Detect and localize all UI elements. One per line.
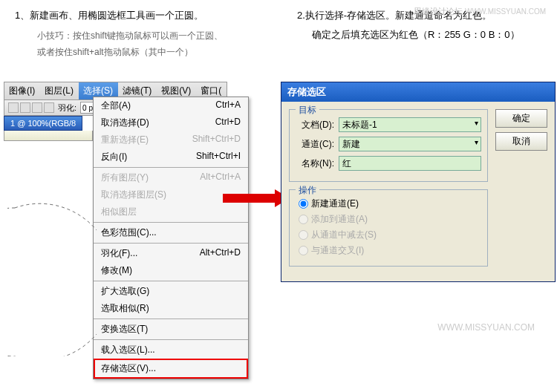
mode-icon[interactable] xyxy=(44,102,54,113)
radio-new-channel[interactable]: 新建通道(E) xyxy=(296,197,481,210)
save-selection-dialog: 存储选区 目标 文档(D): 通道(C): 名称(N): 操作 xyxy=(281,82,556,282)
menu-inverse[interactable]: 反向(I)Shift+Ctrl+I xyxy=(94,148,248,166)
radio-add-channel: 添加到通道(A) xyxy=(296,213,481,226)
name-input[interactable] xyxy=(339,156,481,171)
step1-title: 1、新建画布、用椭圆选框工具画一个正圆。 xyxy=(15,9,223,22)
menu-layer[interactable]: 图层(L) xyxy=(40,82,79,99)
cancel-button[interactable]: 取消 xyxy=(495,132,547,151)
radio-input[interactable] xyxy=(299,199,308,209)
radio-input xyxy=(299,215,308,224)
radio-input xyxy=(299,246,308,255)
arrow-icon xyxy=(223,189,290,207)
radio-input xyxy=(299,230,308,240)
menu-image[interactable]: 图像(I) xyxy=(4,82,40,99)
circle-selection xyxy=(7,200,149,356)
ruler xyxy=(4,131,93,141)
menu-all-layers: 所有图层(Y)Alt+Ctrl+A xyxy=(94,169,248,186)
ok-button[interactable]: 确定 xyxy=(495,109,547,128)
step1-tip2: 或者按住shift+alt拖动鼠标（其中一个） xyxy=(37,45,223,61)
mode-icon[interactable] xyxy=(32,102,42,113)
channel-select[interactable] xyxy=(339,137,481,151)
radio-intersect-channel: 与通道交叉(I) xyxy=(296,244,481,257)
selection-mode-icons[interactable] xyxy=(8,102,54,113)
operation-fieldset: 操作 新建通道(E) 添加到通道(A) 从通道中减去(S) 与通道交叉(I) xyxy=(289,189,488,267)
step1-tip1: 小技巧：按住shift键拖动鼠标可以画一个正圆、 xyxy=(37,28,223,45)
feather-label: 羽化: xyxy=(58,102,76,114)
menu-select-all[interactable]: 全部(A)Ctrl+A xyxy=(94,97,248,114)
menu-save-selection-highlight: 存储选区(V)... xyxy=(94,359,248,379)
document-tab[interactable]: 1 @ 100%(RGB/8 xyxy=(4,116,82,131)
name-label: 名称(N): xyxy=(296,157,334,170)
dialog-title: 存储选区 xyxy=(281,82,555,102)
operation-legend: 操作 xyxy=(296,184,319,197)
menu-deselect[interactable]: 取消选择(D)Ctrl+D xyxy=(94,114,248,131)
menu-save-selection[interactable]: 存储选区(V)... xyxy=(95,360,247,377)
target-fieldset: 目标 文档(D): 通道(C): 名称(N): xyxy=(289,109,488,182)
target-legend: 目标 xyxy=(296,104,319,117)
channel-label: 通道(C): xyxy=(296,138,334,151)
document-label: 文档(D): xyxy=(296,119,334,131)
document-select[interactable] xyxy=(339,117,481,132)
watermark-bottom: WWW.MISSYUAN.COM xyxy=(437,322,535,333)
step2-sub: 确定之后填充选区为红色（R：255 G：0 B：0） xyxy=(312,28,520,42)
mode-icon[interactable] xyxy=(20,102,30,113)
radio-subtract-channel: 从通道中减去(S) xyxy=(296,229,481,241)
watermark: 思缘设计论坛 WWW.MISSYUAN.COM xyxy=(414,6,546,17)
menu-reselect: 重新选择(E)Shift+Ctrl+D xyxy=(94,131,248,148)
mode-icon[interactable] xyxy=(8,102,19,113)
